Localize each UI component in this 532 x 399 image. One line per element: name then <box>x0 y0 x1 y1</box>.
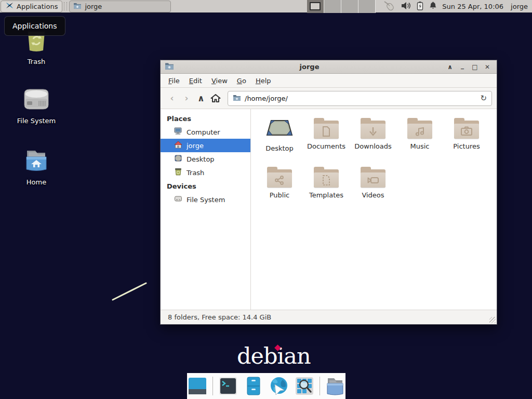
task-window-title: jorge <box>85 3 102 10</box>
debian-wordmark: debian <box>237 343 311 369</box>
desktop-icon-file-system[interactable]: File System <box>10 87 62 125</box>
path-text[interactable]: /home/jorge/ <box>245 95 476 102</box>
home-icon <box>174 141 182 150</box>
folder-music-icon <box>407 118 432 139</box>
file-tile-public[interactable]: Public <box>256 165 303 214</box>
menubar: File Edit View Go Help <box>161 74 497 88</box>
desktop-surface-icon <box>265 118 294 141</box>
folder-public-icon <box>267 167 292 188</box>
dock-separator <box>320 377 320 395</box>
system-tray <box>383 1 437 12</box>
folder-documents-icon <box>314 118 339 139</box>
workspace-3[interactable] <box>341 0 358 13</box>
up-button[interactable]: ∧ <box>194 91 208 105</box>
username-indicator[interactable]: jorge <box>511 3 528 10</box>
dock-separator <box>212 377 213 395</box>
menu-go[interactable]: Go <box>232 75 251 87</box>
sidebar: Places Computer <box>161 109 251 310</box>
workspace-window-preview <box>310 2 321 10</box>
file-tile-videos[interactable]: Videos <box>350 165 396 214</box>
titlebar[interactable]: jorge ∧ _ □ ✕ <box>161 60 497 74</box>
path-folder-icon <box>233 94 241 103</box>
desktop-icon-label: Trash <box>28 58 45 65</box>
resize-grip[interactable] <box>489 317 496 323</box>
file-tile-templates[interactable]: Templates <box>303 165 350 214</box>
terminal-launcher[interactable] <box>218 376 238 396</box>
drive-small-icon <box>174 195 182 204</box>
task-folder-icon <box>73 2 82 11</box>
desktop-stray-line <box>111 281 148 304</box>
desktop-icon <box>174 154 182 164</box>
desktop-icon-label: File System <box>17 117 56 125</box>
show-desktop-button[interactable] <box>187 376 208 396</box>
workspace-1[interactable] <box>307 0 324 13</box>
folder-templates-icon <box>314 167 339 188</box>
workspace-switcher <box>307 0 376 13</box>
bottom-dock <box>187 373 345 399</box>
file-grid: Desktop Documents <box>251 109 497 310</box>
reload-icon[interactable]: ↻ <box>480 94 487 103</box>
sidebar-item-desktop[interactable]: Desktop <box>161 152 250 166</box>
notifications-bell-icon[interactable] <box>429 1 437 11</box>
battery-icon[interactable] <box>417 1 423 12</box>
devices-header: Devices <box>161 179 250 193</box>
minimize-button[interactable]: _ <box>457 62 468 72</box>
desktop-icon-home[interactable]: Home <box>10 148 62 186</box>
statusbar: 8 folders, Free space: 14.4 GiB <box>161 310 497 324</box>
top-panel: Applications jorge <box>0 0 532 13</box>
sidebar-item-jorge[interactable]: jorge <box>161 139 250 152</box>
hard-drive-icon <box>20 87 52 113</box>
directory-menu-launcher[interactable] <box>325 376 345 396</box>
file-manager-launcher[interactable] <box>243 376 264 396</box>
close-button[interactable]: ✕ <box>482 62 493 72</box>
volume-icon[interactable] <box>401 2 411 11</box>
tasklist-grip[interactable] <box>64 2 67 10</box>
menu-edit[interactable]: Edit <box>184 75 207 87</box>
xfce-logo-icon <box>5 1 14 11</box>
window-folder-icon <box>165 62 174 72</box>
file-tile-desktop[interactable]: Desktop <box>256 116 303 165</box>
file-manager-window: jorge ∧ _ □ ✕ File Edit View Go Help ‹ ›… <box>160 60 497 325</box>
home-folder-icon <box>22 148 51 175</box>
workspace-2[interactable] <box>324 0 341 13</box>
clock[interactable]: Sun 25 Apr, 10:06 <box>442 3 503 10</box>
window-title: jorge <box>174 63 445 71</box>
menu-file[interactable]: File <box>164 75 184 87</box>
maximize-button[interactable]: □ <box>470 62 480 72</box>
menu-view[interactable]: View <box>207 75 232 87</box>
sidebar-item-computer[interactable]: Computer <box>161 125 250 139</box>
folder-pictures-icon <box>454 118 479 139</box>
file-tile-pictures[interactable]: Pictures <box>443 116 490 165</box>
workspace-4[interactable] <box>358 0 376 13</box>
folder-videos-icon <box>361 167 385 188</box>
file-tile-music[interactable]: Music <box>396 116 443 165</box>
toolbar: ‹ › ∧ /home/jorge/ ↻ <box>161 88 497 109</box>
back-button[interactable]: ‹ <box>165 91 179 105</box>
computer-icon <box>174 127 182 137</box>
location-bar[interactable]: /home/jorge/ ↻ <box>228 91 492 106</box>
file-tile-downloads[interactable]: Downloads <box>350 116 396 165</box>
taskbar-window-button[interactable]: jorge <box>69 1 171 12</box>
shade-button[interactable]: ∧ <box>445 62 455 72</box>
trash-small-icon <box>174 168 182 177</box>
menu-help[interactable]: Help <box>251 75 276 87</box>
folder-downloads-icon <box>361 118 385 139</box>
app-finder-launcher[interactable] <box>294 376 315 396</box>
statusbar-text: 8 folders, Free space: 14.4 GiB <box>168 313 271 321</box>
forward-button[interactable]: › <box>180 91 193 105</box>
sidebar-item-trash[interactable]: Trash <box>161 166 250 179</box>
home-button[interactable] <box>209 91 222 105</box>
file-tile-documents[interactable]: Documents <box>303 116 350 165</box>
web-browser-launcher[interactable] <box>269 376 289 396</box>
mouse-device-icon[interactable] <box>383 1 395 12</box>
places-header: Places <box>161 112 250 125</box>
desktop-icon-label: Home <box>26 178 46 186</box>
debian-text: debian <box>237 343 311 369</box>
applications-menu-button[interactable]: Applications <box>1 1 62 12</box>
applications-menu-label: Applications <box>17 3 58 10</box>
applications-tooltip: Applications <box>4 16 65 36</box>
sidebar-item-file-system[interactable]: File System <box>161 193 250 206</box>
